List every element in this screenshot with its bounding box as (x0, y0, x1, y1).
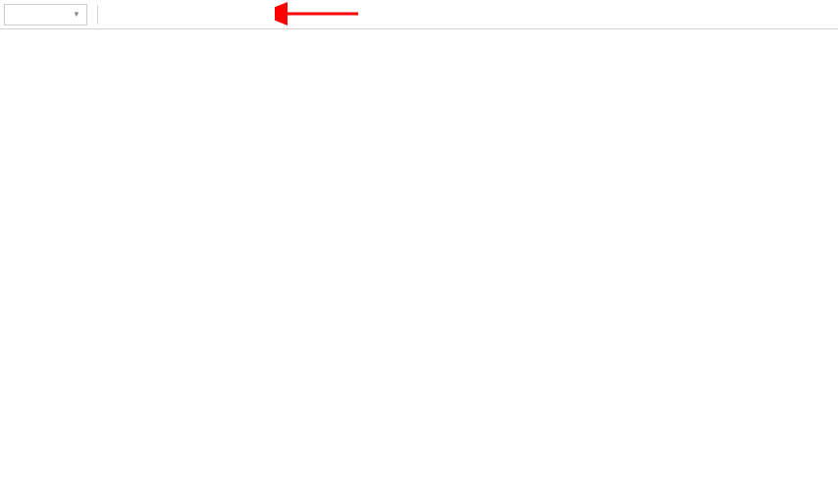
formula-input[interactable] (184, 4, 243, 25)
formula-bar: ▼ (0, 0, 838, 29)
fx-button[interactable] (159, 5, 179, 25)
enter-button[interactable] (133, 5, 153, 25)
separator (97, 5, 98, 25)
cancel-button[interactable] (108, 5, 128, 25)
chevron-down-icon: ▼ (73, 10, 80, 19)
name-box[interactable]: ▼ (4, 4, 87, 25)
